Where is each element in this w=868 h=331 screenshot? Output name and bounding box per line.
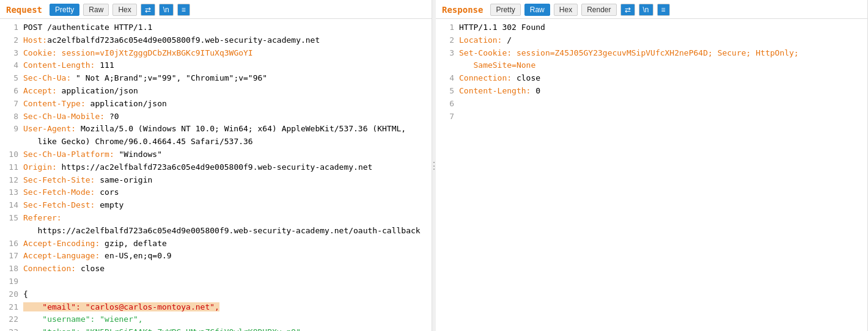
line-content: Accept-Language: en-US,en;q=0.9 — [23, 250, 427, 263]
line-number: 5 — [5, 72, 18, 85]
line-number: 2 — [441, 34, 454, 47]
table-row: 2Host:ac2elfbalfd723a6c05e4d9e005800f9.w… — [5, 34, 427, 47]
line-number: 1 — [441, 21, 454, 34]
table-row: 17Accept-Language: en-US,en;q=0.9 — [5, 250, 427, 263]
line-content: Sec-Fetch-Dest: empty — [23, 199, 427, 212]
response-title: Response — [442, 5, 483, 15]
table-row: 9User-Agent: Mozilla/5.0 (Windows NT 10.… — [5, 123, 427, 148]
request-icon-list[interactable]: ⇄ — [141, 4, 155, 16]
table-row: 18Connection: close — [5, 263, 427, 275]
request-panel: Request Pretty Raw Hex ⇄ \n ≡ 1POST /aut… — [0, 0, 432, 331]
line-content: Host:ac2elfbalfd723a6c05e4d9e005800f9.we… — [23, 34, 427, 47]
line-number: 6 — [5, 85, 18, 98]
line-content: Sec-Fetch-Mode: cors — [23, 186, 427, 199]
line-number: 16 — [5, 238, 18, 250]
table-row: 7 — [441, 111, 862, 123]
response-tab-render[interactable]: Render — [581, 4, 616, 16]
table-row: 8Sec-Ch-Ua-Mobile: ?0 — [5, 111, 427, 123]
line-content: Cookie: session=vI0jXtZgggDCbZHxBGKc9ITu… — [23, 47, 427, 60]
table-row: 3Set-Cookie: session=Z45J05GY23gecuvMSip… — [441, 47, 862, 73]
line-content: Sec-Fetch-Site: same-origin — [23, 174, 427, 187]
table-row: 12Sec-Fetch-Site: same-origin — [5, 174, 427, 187]
table-row: 23 "token": "KN5BLr6jEAAKt_ZyWBG-UMwaZCf… — [5, 326, 427, 331]
line-number: 3 — [441, 47, 454, 73]
response-header: Response Pretty Raw Hex Render ⇄ \n ≡ — [436, 0, 867, 19]
table-row: 14Sec-Fetch-Dest: empty — [5, 199, 427, 212]
response-tab-hex[interactable]: Hex — [554, 4, 578, 16]
line-content: Origin: https://ac2elfbalfd723a6c05e4d9e… — [23, 161, 427, 174]
table-row: 1HTTP/1.1 302 Found — [441, 21, 862, 34]
table-row: 21 "email": "carlos@carlos-montoya.net", — [5, 301, 427, 314]
table-row: 4Connection: close — [441, 72, 862, 85]
line-number: 20 — [5, 288, 18, 301]
line-number: 23 — [5, 326, 18, 331]
line-content — [459, 98, 862, 111]
table-row: 22 "username": "wiener", — [5, 313, 427, 326]
line-content: "email": "carlos@carlos-montoya.net", — [23, 301, 427, 314]
response-icon-list[interactable]: ⇄ — [620, 4, 635, 16]
line-number: 6 — [441, 98, 454, 111]
table-row: 5Content-Length: 0 — [441, 85, 862, 98]
response-tab-pretty[interactable]: Pretty — [490, 4, 520, 16]
line-number: 18 — [5, 263, 18, 275]
table-row: 13Sec-Fetch-Mode: cors — [5, 186, 427, 199]
request-tab-pretty[interactable]: Pretty — [50, 4, 79, 16]
request-header: Request Pretty Raw Hex ⇄ \n ≡ — [0, 0, 432, 19]
table-row: 6 — [441, 98, 862, 111]
table-row: 3Cookie: session=vI0jXtZgggDCbZHxBGKc9IT… — [5, 47, 427, 60]
line-content — [23, 275, 427, 288]
line-content: Connection: close — [23, 263, 427, 275]
response-icon-menu[interactable]: ≡ — [657, 4, 670, 16]
table-row: 7Content-Type: application/json — [5, 98, 427, 111]
request-tab-raw[interactable]: Raw — [83, 4, 109, 16]
line-content: "username": "wiener", — [23, 313, 427, 326]
table-row: 1POST /authenticate HTTP/1.1 — [5, 21, 427, 34]
line-number: 21 — [5, 301, 18, 314]
line-content: POST /authenticate HTTP/1.1 — [23, 21, 427, 34]
table-row: 4Content-Length: 111 — [5, 59, 427, 72]
line-number: 11 — [5, 161, 18, 174]
line-number: 12 — [5, 174, 18, 187]
line-content: Sec-Ch-Ua-Platform: "Windows" — [23, 148, 427, 161]
request-icon-newline[interactable]: \n — [159, 4, 174, 16]
line-content: Accept-Encoding: gzip, deflate — [23, 238, 427, 250]
table-row: 16Accept-Encoding: gzip, deflate — [5, 238, 427, 250]
response-content: 1HTTP/1.1 302 Found2Location: /3Set-Cook… — [436, 19, 867, 331]
line-number: 7 — [441, 111, 454, 123]
line-content: Content-Length: 0 — [459, 85, 862, 98]
line-content: Content-Type: application/json — [23, 98, 427, 111]
line-content: Location: / — [459, 34, 862, 47]
request-tab-hex[interactable]: Hex — [112, 4, 136, 16]
response-icon-newline[interactable]: \n — [639, 4, 653, 16]
line-number: 13 — [5, 186, 18, 199]
table-row: 10Sec-Ch-Ua-Platform: "Windows" — [5, 148, 427, 161]
line-content: Accept: application/json — [23, 85, 427, 98]
request-icon-menu[interactable]: ≡ — [177, 4, 190, 16]
table-row: 2Location: / — [441, 34, 862, 47]
table-row: 19 — [5, 275, 427, 288]
line-number: 15 — [5, 212, 18, 238]
line-content: Referer: https://ac2elfbalfd723a6c05e4d9… — [23, 212, 427, 238]
request-title: Request — [6, 5, 42, 15]
line-number: 9 — [5, 123, 18, 148]
line-number: 2 — [5, 34, 18, 47]
response-tab-raw[interactable]: Raw — [524, 4, 550, 16]
response-panel: Response Pretty Raw Hex Render ⇄ \n ≡ 1H… — [436, 0, 868, 331]
line-content: Content-Length: 111 — [23, 59, 427, 72]
line-content: Sec-Ch-Ua: " Not A;Brand";v="99", "Chrom… — [23, 72, 427, 85]
line-number: 14 — [5, 199, 18, 212]
line-number: 19 — [5, 275, 18, 288]
line-content: Connection: close — [459, 72, 862, 85]
line-number: 3 — [5, 47, 18, 60]
table-row: 11Origin: https://ac2elfbalfd723a6c05e4d… — [5, 161, 427, 174]
line-number: 10 — [5, 148, 18, 161]
line-number: 17 — [5, 250, 18, 263]
line-content: User-Agent: Mozilla/5.0 (Windows NT 10.0… — [23, 123, 427, 148]
line-content: Sec-Ch-Ua-Mobile: ?0 — [23, 111, 427, 123]
line-number: 5 — [441, 85, 454, 98]
line-number: 4 — [441, 72, 454, 85]
line-content: HTTP/1.1 302 Found — [459, 21, 862, 34]
request-content: 1POST /authenticate HTTP/1.12Host:ac2elf… — [0, 19, 432, 331]
line-number: 4 — [5, 59, 18, 72]
line-number: 22 — [5, 313, 18, 326]
